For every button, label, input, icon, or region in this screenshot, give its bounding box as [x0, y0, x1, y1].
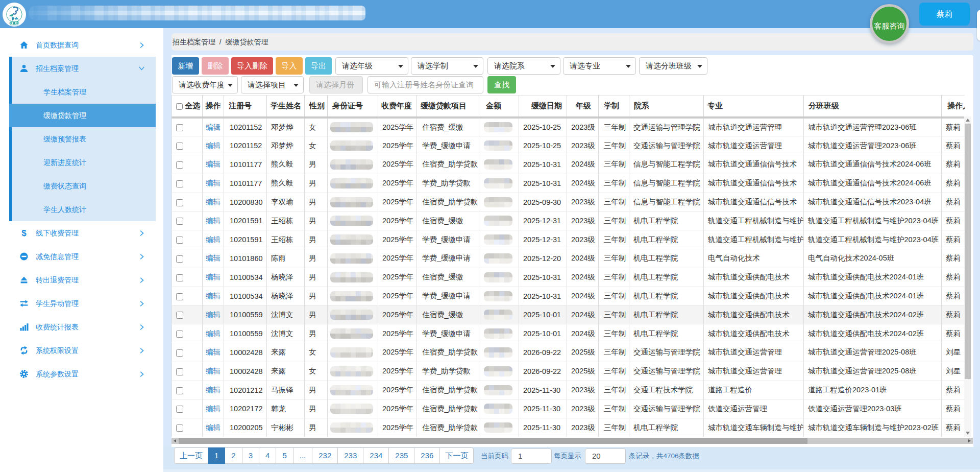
svg-text:$: $ [21, 228, 27, 238]
svg-text:校赢家: 校赢家 [9, 21, 19, 25]
